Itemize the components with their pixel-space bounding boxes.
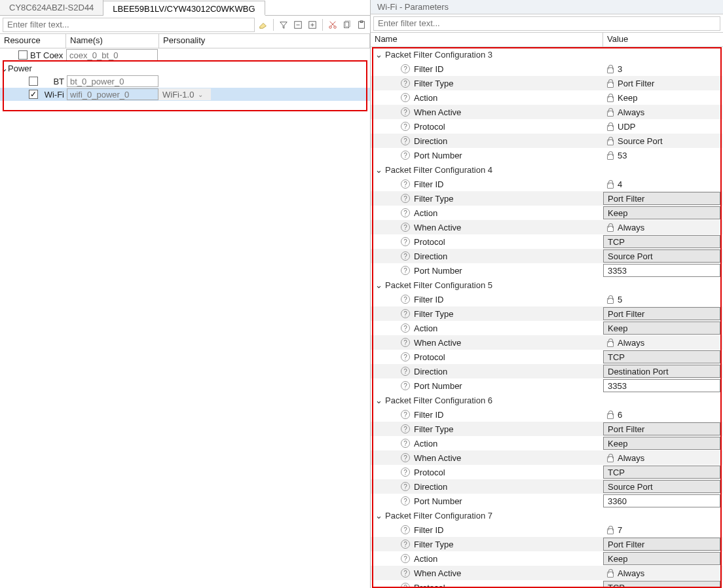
- help-icon[interactable]: ?: [401, 237, 410, 246]
- param-row[interactable]: ?ProtocolTCP: [371, 234, 723, 249]
- help-icon[interactable]: ?: [401, 496, 410, 505]
- param-row[interactable]: ?ActionKeep: [371, 90, 723, 105]
- param-row[interactable]: ?Filter ID4: [371, 177, 723, 191]
- param-row[interactable]: ?ProtocolTCP: [371, 580, 723, 588]
- chevron-down-icon[interactable]: ⌄: [375, 165, 382, 175]
- help-icon[interactable]: ?: [401, 122, 410, 131]
- help-icon[interactable]: ?: [401, 64, 410, 73]
- help-icon[interactable]: ?: [401, 439, 410, 448]
- param-value-input[interactable]: TCP: [603, 581, 720, 588]
- param-row[interactable]: ?Port Number3360: [371, 494, 723, 508]
- row-power-group[interactable]: ⌄ Power: [0, 62, 370, 75]
- param-group[interactable]: ⌄Packet Filter Configuration 6: [371, 393, 723, 407]
- param-value-input[interactable]: TCP: [603, 350, 720, 363]
- chevron-down-icon[interactable]: ⌄: [375, 280, 382, 290]
- param-row[interactable]: ?ActionKeep: [371, 206, 723, 220]
- name-btcoex[interactable]: coex_0_bt_0: [66, 49, 158, 61]
- tab-device-1[interactable]: LBEE59B1LV/CYW43012C0WKWBG: [103, 1, 265, 16]
- help-icon[interactable]: ?: [401, 367, 410, 376]
- param-row[interactable]: ?Port Number53: [371, 148, 723, 162]
- param-row[interactable]: ?Port Number3353: [371, 263, 723, 278]
- checkbox-btcoex[interactable]: [18, 50, 28, 60]
- help-icon[interactable]: ?: [401, 251, 410, 261]
- right-filter-input[interactable]: [373, 16, 720, 31]
- chevron-down-icon[interactable]: ⌄: [0, 64, 8, 73]
- help-icon[interactable]: ?: [401, 309, 410, 318]
- param-row[interactable]: ?When ActiveAlways: [371, 105, 723, 119]
- cut-icon[interactable]: [327, 19, 339, 31]
- param-row[interactable]: ?Filter TypePort Filter: [371, 306, 723, 321]
- param-value-input[interactable]: Port Filter: [603, 192, 720, 205]
- param-row[interactable]: ?DirectionSource Port: [371, 249, 723, 263]
- name-bt[interactable]: bt_0_power_0: [67, 75, 158, 87]
- param-row[interactable]: ?When ActiveAlways: [371, 566, 723, 580]
- param-value-input[interactable]: Source Port: [603, 480, 720, 493]
- param-row[interactable]: ?ProtocolTCP: [371, 465, 723, 479]
- param-group[interactable]: ⌄Packet Filter Configuration 5: [371, 278, 723, 292]
- help-icon[interactable]: ?: [401, 136, 410, 145]
- expand-icon[interactable]: [306, 19, 318, 31]
- help-icon[interactable]: ?: [401, 151, 410, 160]
- collapse-icon[interactable]: [292, 19, 304, 31]
- help-icon[interactable]: ?: [401, 93, 410, 102]
- row-wifi[interactable]: Wi-Fi wifi_0_power_0 WiFi-1.0 ⌄: [0, 88, 370, 101]
- param-row[interactable]: ?ProtocolUDP: [371, 119, 723, 134]
- param-row[interactable]: ?ActionKeep: [371, 436, 723, 450]
- param-row[interactable]: ?Filter TypePort Filter: [371, 537, 723, 551]
- help-icon[interactable]: ?: [401, 482, 410, 491]
- param-group[interactable]: ⌄Packet Filter Configuration 3: [371, 47, 723, 62]
- eraser-icon[interactable]: [257, 19, 269, 31]
- checkbox-bt[interactable]: [29, 77, 38, 86]
- param-value-input[interactable]: TCP: [603, 235, 720, 248]
- checkbox-wifi[interactable]: [29, 90, 38, 99]
- param-value-input[interactable]: Port Filter: [603, 422, 720, 435]
- param-value-input[interactable]: Port Filter: [603, 307, 720, 320]
- chevron-down-icon[interactable]: ⌄: [375, 50, 382, 60]
- param-row[interactable]: ?ActionKeep: [371, 321, 723, 335]
- param-value-input[interactable]: Keep: [603, 206, 720, 219]
- chevron-down-icon[interactable]: ⌄: [375, 395, 382, 405]
- param-row[interactable]: ?When ActiveAlways: [371, 335, 723, 350]
- copy-icon[interactable]: [341, 19, 353, 31]
- help-icon[interactable]: ?: [401, 540, 410, 549]
- param-row[interactable]: ?Filter ID6: [371, 407, 723, 422]
- row-btcoex[interactable]: BT Coex coex_0_bt_0: [0, 48, 370, 62]
- param-row[interactable]: ?DirectionSource Port: [371, 134, 723, 148]
- param-row[interactable]: ?Filter ID5: [371, 292, 723, 306]
- param-value-input[interactable]: 3353: [603, 264, 720, 277]
- param-row[interactable]: ?When ActiveAlways: [371, 450, 723, 465]
- name-wifi[interactable]: wifi_0_power_0: [67, 88, 158, 100]
- help-icon[interactable]: ?: [401, 381, 410, 390]
- param-value-input[interactable]: 3353: [603, 379, 720, 392]
- param-row[interactable]: ?Filter ID7: [371, 523, 723, 537]
- help-icon[interactable]: ?: [401, 525, 410, 534]
- help-icon[interactable]: ?: [401, 583, 410, 588]
- param-row[interactable]: ?Filter ID3: [371, 62, 723, 76]
- help-icon[interactable]: ?: [401, 107, 410, 117]
- funnel-icon[interactable]: [278, 19, 289, 31]
- param-value-input[interactable]: Destination Port: [603, 365, 720, 378]
- help-icon[interactable]: ?: [401, 338, 410, 347]
- param-row[interactable]: ?ActionKeep: [371, 551, 723, 566]
- row-bt[interactable]: BT bt_0_power_0: [0, 75, 370, 88]
- paste-icon[interactable]: [356, 19, 367, 31]
- param-value-input[interactable]: Keep: [603, 552, 720, 565]
- param-row[interactable]: ?Filter TypePort Filter: [371, 191, 723, 206]
- chevron-down-icon[interactable]: ⌄: [375, 511, 382, 521]
- param-value-input[interactable]: Port Filter: [603, 538, 720, 551]
- personality-wifi[interactable]: WiFi-1.0 ⌄: [158, 88, 211, 100]
- param-row[interactable]: ?ProtocolTCP: [371, 350, 723, 364]
- param-value-input[interactable]: Keep: [603, 437, 720, 450]
- help-icon[interactable]: ?: [401, 266, 410, 275]
- param-row[interactable]: ?DirectionDestination Port: [371, 364, 723, 378]
- param-group[interactable]: ⌄Packet Filter Configuration 4: [371, 162, 723, 177]
- param-row[interactable]: ?Filter TypePort Filter: [371, 422, 723, 436]
- col-name[interactable]: Name: [371, 33, 603, 46]
- left-filter-input[interactable]: [3, 18, 255, 32]
- param-value-input[interactable]: Keep: [603, 322, 720, 335]
- param-value-input[interactable]: 3360: [603, 494, 720, 507]
- help-icon[interactable]: ?: [401, 453, 410, 462]
- col-personality[interactable]: Personality: [159, 34, 370, 48]
- help-icon[interactable]: ?: [401, 208, 410, 217]
- param-value-input[interactable]: Source Port: [603, 249, 720, 263]
